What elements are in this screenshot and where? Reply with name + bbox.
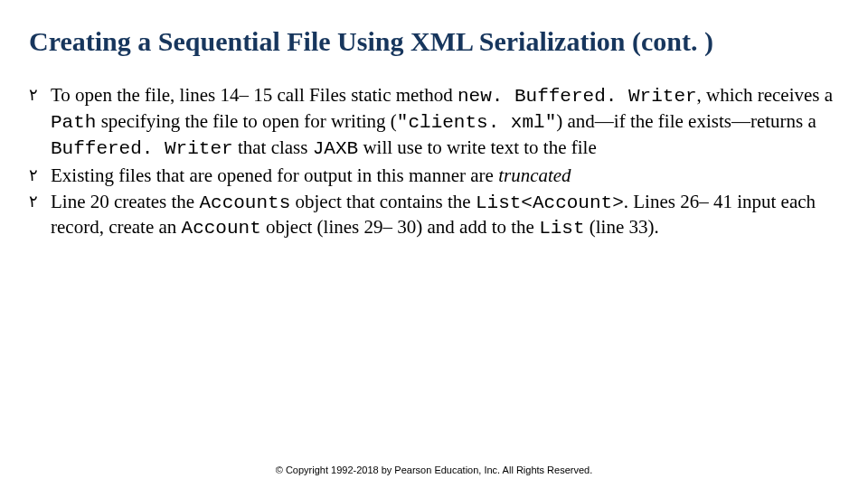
slide-body: ٢ To open the file, lines 14– 15 call Fi… [29, 83, 839, 241]
arrow-icon: ٢ [29, 192, 38, 212]
bullet-2: ٢ Existing files that are opened for out… [29, 164, 839, 188]
code-text: Path [51, 112, 96, 133]
code-text: Accounts [199, 192, 290, 213]
code-text: List [539, 218, 584, 239]
text: that class [233, 136, 313, 158]
text: , which receives a [697, 84, 833, 106]
text: object that contains the [290, 191, 476, 212]
code-text: new. Buffered. Writer [458, 86, 697, 107]
arrow-icon: ٢ [29, 85, 38, 106]
copyright-footer: © Copyright 1992-2018 by Pearson Educati… [0, 465, 868, 475]
text: will use to write text to the file [358, 136, 597, 158]
text: ) and—if the file exists—returns a [556, 110, 816, 132]
bullet-3: ٢ Line 20 creates the Accounts object th… [29, 190, 839, 242]
bullet-1: ٢ To open the file, lines 14– 15 call Fi… [29, 83, 839, 162]
code-text: JAXB [313, 138, 358, 159]
text: To open the file, lines 14– 15 call File… [51, 84, 458, 106]
text: (line 33). [585, 216, 659, 238]
code-text: List<Account> [476, 192, 624, 213]
text: Existing files that are opened for outpu… [51, 164, 498, 186]
code-text: "clients. xml" [397, 112, 556, 133]
text: specifying the file to open for writing … [96, 110, 396, 132]
italic-text: truncated [498, 164, 571, 186]
bullet-list: ٢ To open the file, lines 14– 15 call Fi… [29, 83, 839, 241]
text: object (lines 29– 30) and add to the [261, 216, 539, 238]
slide-title: Creating a Sequential File Using XML Ser… [29, 25, 839, 58]
code-text: Account [182, 218, 261, 239]
text: Line 20 creates the [51, 191, 199, 212]
code-text: Buffered. Writer [51, 138, 233, 159]
slide: Creating a Sequential File Using XML Ser… [0, 0, 868, 488]
arrow-icon: ٢ [29, 165, 38, 186]
